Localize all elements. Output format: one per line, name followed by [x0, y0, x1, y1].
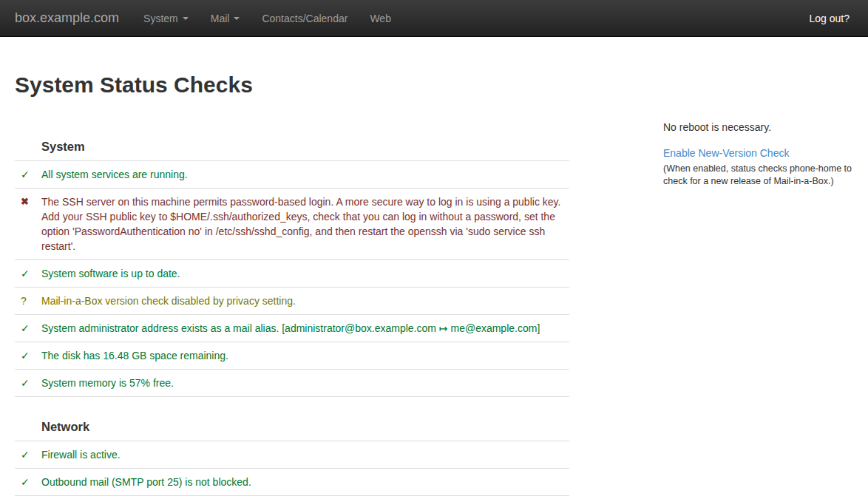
question-icon: ? [15, 288, 41, 314]
check-icon: ✓ [15, 260, 41, 287]
status-row-outbound-mail: ✓ Outbound mail (SMTP port 25) is not bl… [15, 469, 569, 496]
status-row-admin-alias: ✓ System administrator address exists as… [15, 315, 569, 342]
section-heading-network: Network [15, 397, 569, 441]
status-row-memory: ✓ System memory is 57% free. [15, 370, 569, 397]
check-icon: ✓ [15, 370, 41, 396]
status-checks-table: System ✓ All system services are running… [15, 117, 569, 496]
status-text: All system services are running. [41, 161, 569, 188]
section-heading-label: Network [41, 397, 569, 441]
status-row-ssh: ✖ The SSH server on this machine permits… [15, 189, 569, 260]
status-text: Firewall is active. [41, 441, 569, 468]
navbar-menu: System Mail Contacts/Calendar Web [132, 0, 402, 36]
status-text: The disk has 16.48 GB space remaining. [41, 342, 569, 369]
check-icon: ✓ [15, 161, 41, 188]
status-text: Mail-in-a-Box version check disabled by … [41, 288, 569, 314]
status-text: The SSH server on this machine permits p… [41, 189, 569, 259]
status-checks-panel: System Status Checks System ✓ All system… [15, 37, 569, 496]
status-text: Outbound mail (SMTP port 25) is not bloc… [41, 469, 569, 495]
nav-item-mail-label: Mail [211, 13, 230, 24]
check-icon: ✓ [15, 441, 41, 468]
nav-item-web[interactable]: Web [359, 0, 402, 36]
cross-icon: ✖ [15, 189, 41, 259]
nav-item-system-label: System [143, 13, 178, 24]
navbar-brand[interactable]: box.example.com [15, 0, 119, 36]
reboot-status-text: No reboot is necessary. [663, 120, 857, 135]
caret-down-icon [183, 17, 189, 20]
caret-down-icon [234, 17, 240, 20]
check-icon: ✓ [15, 469, 41, 495]
enable-version-check-link[interactable]: Enable New-Version Check [663, 146, 789, 160]
navbar: box.example.com System Mail Contacts/Cal… [0, 0, 868, 37]
nav-item-contacts-calendar[interactable]: Contacts/Calendar [251, 0, 359, 36]
status-row-version-check: ? Mail-in-a-Box version check disabled b… [15, 288, 569, 315]
page-content: System Status Checks System ✓ All system… [0, 37, 868, 496]
heading-icon-spacer [15, 397, 41, 441]
nav-item-mail[interactable]: Mail [200, 0, 251, 36]
status-row-firewall: ✓ Firewall is active. [15, 441, 569, 469]
nav-item-system[interactable]: System [132, 0, 200, 36]
logout-link[interactable]: Log out? [806, 0, 854, 36]
page-title: System Status Checks [15, 72, 569, 97]
status-sidebar: No reboot is necessary. Enable New-Versi… [663, 37, 857, 496]
status-row-disk: ✓ The disk has 16.48 GB space remaining. [15, 342, 569, 370]
status-row-software: ✓ System software is up to date. [15, 260, 569, 288]
status-text: System administrator address exists as a… [41, 315, 569, 342]
status-row-services: ✓ All system services are running. [15, 161, 569, 189]
section-heading-label: System [41, 117, 569, 160]
check-icon: ✓ [15, 342, 41, 369]
section-heading-system: System [15, 117, 569, 161]
heading-icon-spacer [15, 117, 41, 160]
navbar-right: Log out? [806, 0, 854, 36]
check-icon: ✓ [15, 315, 41, 342]
status-text: System memory is 57% free. [41, 370, 569, 396]
version-check-note: (When enabled, status checks phone-home … [663, 163, 854, 188]
status-text: System software is up to date. [41, 260, 569, 287]
